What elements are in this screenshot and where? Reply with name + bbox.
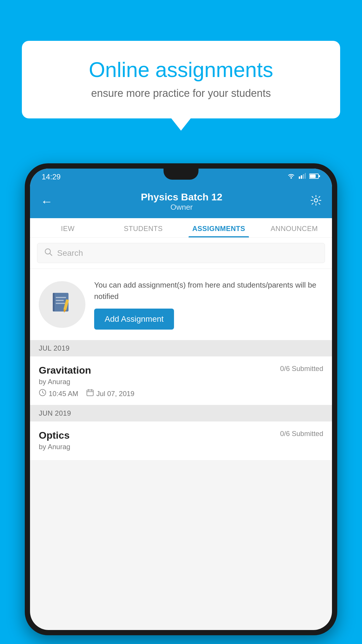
svg-point-8 bbox=[314, 199, 318, 202]
svg-rect-7 bbox=[310, 174, 316, 178]
assignment-icon-circle bbox=[39, 281, 85, 328]
speech-bubble-subtitle: ensure more practice for your students bbox=[42, 87, 320, 99]
section-header-jul: JUL 2019 bbox=[30, 340, 332, 356]
speech-bubble-container: Online assignments ensure more practice … bbox=[22, 41, 340, 118]
assignment-time-gravitation: 10:45 AM bbox=[49, 390, 78, 398]
svg-rect-21 bbox=[87, 390, 93, 396]
battery-icon bbox=[309, 174, 320, 180]
svg-line-20 bbox=[43, 393, 44, 393]
header-title: Physics Batch 12 bbox=[141, 191, 222, 203]
search-container: Search bbox=[30, 238, 332, 268]
assignment-submitted-gravitation: 0/6 Submitted bbox=[280, 365, 323, 373]
assignment-name-gravitation: Gravitation bbox=[39, 365, 91, 376]
signal-icon bbox=[299, 173, 306, 181]
notebook-icon bbox=[50, 290, 74, 318]
add-assignment-section: You can add assignment(s) from here and … bbox=[30, 269, 332, 340]
svg-rect-2 bbox=[301, 175, 302, 179]
tab-iew[interactable]: IEW bbox=[30, 218, 106, 237]
svg-rect-14 bbox=[56, 303, 65, 304]
assignment-by-optics: by Anurag bbox=[39, 443, 323, 451]
svg-rect-4 bbox=[305, 173, 306, 179]
svg-rect-15 bbox=[53, 293, 55, 312]
assignment-item-optics[interactable]: Optics 0/6 Submitted by Anurag bbox=[30, 421, 332, 461]
wifi-icon bbox=[287, 173, 295, 181]
section-header-jun: JUN 2019 bbox=[30, 405, 332, 421]
svg-line-10 bbox=[50, 253, 52, 256]
app-header: ← Physics Batch 12 Owner bbox=[30, 185, 332, 218]
svg-point-0 bbox=[291, 177, 292, 179]
tab-announcements[interactable]: ANNOUNCEM bbox=[256, 218, 332, 237]
assignment-item-gravitation[interactable]: Gravitation 0/6 Submitted by Anurag 10:4… bbox=[30, 356, 332, 405]
svg-rect-13 bbox=[56, 300, 64, 301]
assignment-top-optics: Optics 0/6 Submitted bbox=[39, 430, 323, 441]
tab-bar: IEW STUDENTS ASSIGNMENTS ANNOUNCEM bbox=[30, 218, 332, 238]
assignment-top: Gravitation 0/6 Submitted bbox=[39, 365, 323, 376]
header-center: Physics Batch 12 Owner bbox=[141, 191, 222, 212]
assignment-date-gravitation: Jul 07, 2019 bbox=[96, 390, 134, 398]
search-placeholder: Search bbox=[57, 249, 83, 258]
meta-date-gravitation: Jul 07, 2019 bbox=[86, 389, 134, 398]
search-bar[interactable]: Search bbox=[37, 243, 325, 263]
meta-time-gravitation: 10:45 AM bbox=[39, 389, 78, 398]
svg-rect-6 bbox=[319, 175, 320, 177]
header-subtitle: Owner bbox=[141, 203, 222, 212]
clock-icon bbox=[39, 389, 46, 398]
back-button[interactable]: ← bbox=[41, 195, 53, 209]
calendar-icon bbox=[86, 389, 94, 398]
svg-rect-12 bbox=[56, 297, 66, 298]
assignment-name-optics: Optics bbox=[39, 430, 70, 441]
tab-assignments[interactable]: ASSIGNMENTS bbox=[181, 218, 256, 237]
settings-icon[interactable] bbox=[310, 195, 321, 209]
speech-bubble-title: Online assignments bbox=[42, 58, 320, 81]
assignment-by-gravitation: by Anurag bbox=[39, 378, 323, 386]
add-assignment-right: You can add assignment(s) from here and … bbox=[94, 279, 323, 330]
add-assignment-description: You can add assignment(s) from here and … bbox=[94, 279, 323, 302]
speech-bubble: Online assignments ensure more practice … bbox=[22, 41, 340, 118]
assignment-meta-gravitation: 10:45 AM Jul 07, 2019 bbox=[39, 389, 323, 398]
phone-frame: 14:29 bbox=[25, 163, 337, 635]
svg-rect-1 bbox=[299, 176, 300, 179]
phone-screen: 14:29 bbox=[30, 169, 332, 630]
search-icon bbox=[44, 248, 52, 258]
svg-rect-3 bbox=[303, 174, 304, 179]
tab-students[interactable]: STUDENTS bbox=[106, 218, 181, 237]
notch bbox=[164, 169, 198, 180]
status-time: 14:29 bbox=[42, 172, 61, 181]
assignment-submitted-optics: 0/6 Submitted bbox=[280, 430, 323, 438]
status-icons bbox=[287, 173, 320, 181]
add-assignment-button[interactable]: Add Assignment bbox=[94, 309, 174, 330]
